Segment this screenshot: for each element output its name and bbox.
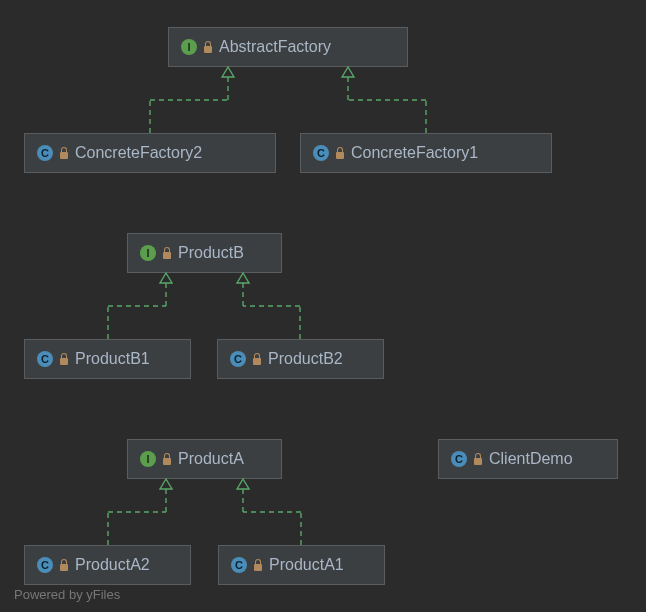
powered-by-label: Powered by yFiles — [14, 587, 120, 602]
class-icon: C — [37, 351, 53, 367]
inheritance-edge — [0, 0, 646, 612]
node-label: AbstractFactory — [219, 38, 331, 56]
node-clientDemo[interactable]: CClientDemo — [438, 439, 618, 479]
node-label: ConcreteFactory2 — [75, 144, 202, 162]
class-icon: C — [230, 351, 246, 367]
node-label: ProductB — [178, 244, 244, 262]
class-icon: C — [451, 451, 467, 467]
inheritance-edge — [0, 0, 646, 612]
node-productB[interactable]: IProductB — [127, 233, 282, 273]
node-label: ConcreteFactory1 — [351, 144, 478, 162]
interface-icon: I — [181, 39, 197, 55]
node-productA2[interactable]: CProductA2 — [24, 545, 191, 585]
lock-icon — [252, 353, 262, 365]
svg-marker-15 — [237, 273, 249, 283]
class-icon: C — [231, 557, 247, 573]
svg-marker-7 — [342, 67, 354, 77]
lock-icon — [59, 353, 69, 365]
svg-marker-11 — [160, 273, 172, 283]
node-concreteFactory1[interactable]: CConcreteFactory1 — [300, 133, 552, 173]
node-label: ProductA1 — [269, 556, 344, 574]
svg-marker-23 — [237, 479, 249, 489]
inheritance-edge — [0, 0, 646, 612]
diagram-canvas: Powered by yFiles IAbstractFactoryCConcr… — [0, 0, 646, 612]
class-icon: C — [313, 145, 329, 161]
class-icon: C — [37, 557, 53, 573]
svg-marker-19 — [160, 479, 172, 489]
node-label: ClientDemo — [489, 450, 573, 468]
svg-marker-3 — [222, 67, 234, 77]
inheritance-edge — [0, 0, 646, 612]
node-productB1[interactable]: CProductB1 — [24, 339, 191, 379]
inheritance-edge — [0, 0, 646, 612]
lock-icon — [162, 453, 172, 465]
node-productA[interactable]: IProductA — [127, 439, 282, 479]
node-label: ProductA2 — [75, 556, 150, 574]
interface-icon: I — [140, 451, 156, 467]
lock-icon — [59, 147, 69, 159]
node-abstractFactory[interactable]: IAbstractFactory — [168, 27, 408, 67]
inheritance-edge — [0, 0, 646, 612]
lock-icon — [203, 41, 213, 53]
node-productB2[interactable]: CProductB2 — [217, 339, 384, 379]
node-label: ProductB1 — [75, 350, 150, 368]
interface-icon: I — [140, 245, 156, 261]
class-icon: C — [37, 145, 53, 161]
lock-icon — [59, 559, 69, 571]
node-label: ProductA — [178, 450, 244, 468]
lock-icon — [335, 147, 345, 159]
node-productA1[interactable]: CProductA1 — [218, 545, 385, 585]
lock-icon — [162, 247, 172, 259]
lock-icon — [253, 559, 263, 571]
node-concreteFactory2[interactable]: CConcreteFactory2 — [24, 133, 276, 173]
node-label: ProductB2 — [268, 350, 343, 368]
lock-icon — [473, 453, 483, 465]
